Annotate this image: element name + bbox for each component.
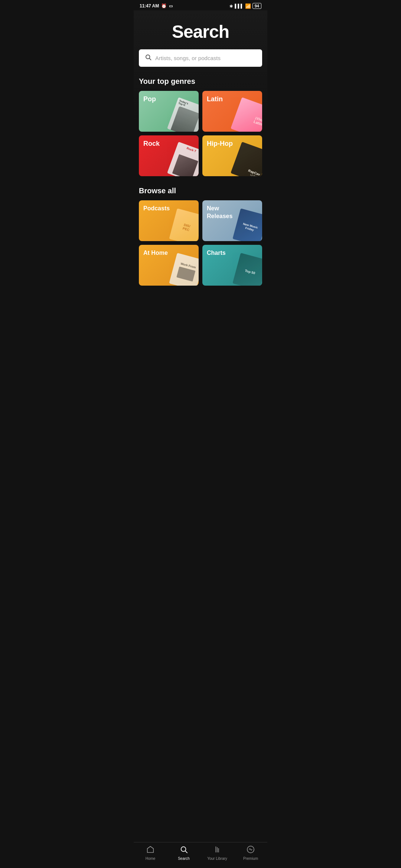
genre-label-pop: Pop — [143, 95, 156, 103]
genre-card-hiphop[interactable]: Hip-Hop RapCav Lil Baby& Gunn — [202, 135, 262, 176]
browse-card-at-home[interactable]: At Home Work From — [139, 245, 199, 286]
signal-icon: ▌▌▌ — [235, 4, 243, 8]
search-bar-wrapper: Artists, songs, or podcasts — [134, 49, 267, 76]
search-icon — [145, 54, 151, 62]
search-bar[interactable]: Artists, songs, or podcasts — [139, 49, 262, 67]
search-placeholder: Artists, songs, or podcasts — [155, 55, 221, 61]
podcasts-art: DIS/PEC — [169, 208, 199, 241]
time: 11:47 AM — [140, 3, 159, 9]
rock-art: Rock T — [167, 142, 199, 176]
browse-card-podcasts[interactable]: Podcasts DIS/PEC — [139, 200, 199, 241]
svg-line-1 — [149, 58, 151, 60]
genre-card-rock[interactable]: Rock Rock T — [139, 135, 199, 176]
browse-all-section: Browse all Podcasts DIS/PEC NewReleases … — [134, 185, 267, 293]
top-genres-label: Your top genres — [134, 76, 267, 91]
genre-grid: Pop Today'sTop H Latin ¡VivaLatin Rock R… — [134, 91, 267, 185]
browse-label-at-home: At Home — [143, 249, 168, 257]
pop-art: Today'sTop H — [167, 97, 199, 132]
battery-indicator: 94 — [252, 3, 261, 9]
alarm-icon: ⏰ — [161, 3, 167, 9]
new-releases-art: New MusicFriday — [232, 208, 262, 241]
genre-label-latin: Latin — [207, 95, 223, 103]
browse-grid: Podcasts DIS/PEC NewReleases New MusicFr… — [134, 200, 267, 293]
browse-card-new-releases[interactable]: NewReleases New MusicFriday — [202, 200, 262, 241]
browse-label-podcasts: Podcasts — [143, 205, 170, 213]
bluetooth-icon: ∗ — [229, 3, 233, 9]
genre-card-pop[interactable]: Pop Today'sTop H — [139, 91, 199, 132]
charts-art: Top 50 — [232, 253, 262, 286]
browse-label-charts: Charts — [207, 249, 226, 257]
hiphop-art: RapCav Lil Baby& Gunn — [231, 142, 262, 176]
genre-label-hiphop: Hip-Hop — [207, 140, 233, 148]
main-content: Search Artists, songs, or podcasts Your … — [134, 10, 267, 323]
status-right: ∗ ▌▌▌ 📶 94 — [229, 3, 261, 9]
at-home-art: Work From — [169, 253, 199, 286]
status-bar: 11:47 AM ⏰ ▭ ∗ ▌▌▌ 📶 94 — [134, 0, 267, 10]
browse-card-charts[interactable]: Charts Top 50 — [202, 245, 262, 286]
browse-label-new-releases: NewReleases — [207, 205, 232, 220]
wifi-icon: 📶 — [245, 3, 251, 9]
genre-label-rock: Rock — [143, 140, 160, 148]
top-genres-section: Your top genres Pop Today'sTop H Latin ¡… — [134, 76, 267, 185]
latin-art: ¡VivaLatin — [231, 97, 262, 132]
page-title: Search — [134, 10, 267, 49]
browse-all-label: Browse all — [134, 185, 267, 200]
cast-icon: ▭ — [169, 4, 173, 9]
status-left: 11:47 AM ⏰ ▭ — [140, 3, 173, 9]
genre-card-latin[interactable]: Latin ¡VivaLatin — [202, 91, 262, 132]
